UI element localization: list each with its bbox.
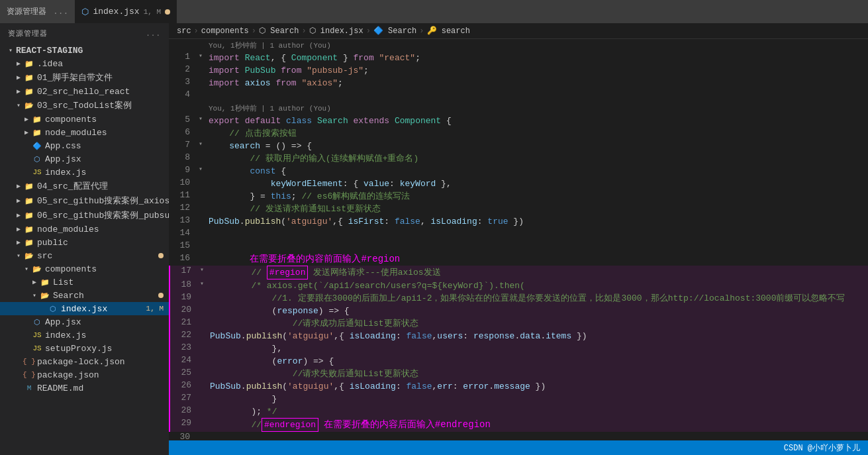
- sidebar-item-05[interactable]: ▶ 📁 05_src_github搜索案例_axios: [0, 193, 169, 208]
- ln-28: 28: [170, 405, 197, 415]
- breadcrumb-search-folder: ⬡ Search: [259, 26, 299, 36]
- fold-17[interactable]: ▾: [197, 266, 207, 274]
- ln-6: 6: [169, 127, 195, 137]
- ln-26: 26: [170, 380, 197, 390]
- sidebar-item-src[interactable]: ▾ 📂 src: [0, 249, 169, 262]
- idea-label: .idea: [37, 59, 63, 69]
- sidebar-item-03-components[interactable]: ▶ 📁 components: [0, 113, 169, 126]
- sidebar-item-04[interactable]: ▶ 📁 04_src_配置代理: [0, 179, 169, 193]
- sidebar-item-idea[interactable]: ▶ 📁 .idea: [0, 57, 169, 70]
- code-12: // 发送请求前通知List更新状态: [206, 203, 868, 215]
- sidebar-menu[interactable]: ...: [146, 30, 161, 38]
- fold-7[interactable]: ▾: [195, 140, 206, 148]
- ln-11: 11: [169, 190, 195, 200]
- ln-10: 10: [169, 177, 195, 187]
- fold-5[interactable]: ▾: [195, 115, 206, 123]
- sidebar: 资源管理器 ... ▾ REACT-STAGING ▶ 📁 .idea ▶ 📁 …: [0, 23, 169, 455]
- code-line-22: 22 PubSub.publish('atguigu',{ isLoading:…: [169, 330, 868, 342]
- pkg-lock-icon: { }: [24, 356, 34, 367]
- code-line-10: 10 keyWordElement: { value: keyWord },: [169, 177, 868, 190]
- sidebar-item-pkg-lock[interactable]: { } package-lock.json: [0, 355, 169, 368]
- src-chevron: ▾: [13, 250, 24, 261]
- code-8: // 获取用户的输入(连续解构赋值+重命名): [206, 152, 868, 165]
- src-appjsx-icon: ⬡: [32, 317, 42, 327]
- title-bar: 资源管理器 ... ⬡ index.jsx 1, M: [0, 0, 868, 23]
- breadcrumb-src: src: [177, 26, 191, 36]
- node-icon: 📁: [24, 224, 34, 234]
- 03-node-icon: 📁: [32, 127, 42, 138]
- sidebar-item-03-appjsx[interactable]: ⬡ App.jsx: [0, 152, 169, 166]
- src-comp-icon: 📂: [32, 264, 42, 274]
- search-index-badge: 1, M: [146, 305, 164, 313]
- sidebar-item-node[interactable]: ▶ 📁 node_modules: [0, 223, 169, 236]
- js-icon: JS: [32, 167, 42, 177]
- sidebar-item-readme[interactable]: M README.md: [0, 381, 169, 395]
- sep4: ›: [366, 26, 371, 36]
- fold-18[interactable]: ▾: [197, 279, 207, 287]
- code-line-30: 30: [169, 432, 868, 440]
- ln-14: 14: [169, 228, 195, 238]
- ln-25: 25: [170, 368, 197, 378]
- sidebar-root[interactable]: ▾ REACT-STAGING: [0, 44, 169, 57]
- code-13: PubSub.publish('atguigu',{ isFirst: fals…: [206, 215, 868, 228]
- breadcrumb-file: ⬡ index.jsx: [309, 26, 363, 36]
- sidebar-item-list[interactable]: ▶ 📁 List: [0, 276, 169, 289]
- code-line-12: 12 // 发送请求前通知List更新状态: [169, 203, 868, 215]
- 06-label: 06_src_github搜索案例_pubsub: [37, 209, 169, 221]
- sidebar-item-public[interactable]: ▶ 📁 public: [0, 236, 169, 249]
- sidebar-item-src-indexjs[interactable]: JS index.js: [0, 329, 169, 342]
- sidebar-item-setupproxy[interactable]: JS setupProxy.js: [0, 342, 169, 355]
- explorer-menu-dots[interactable]: ...: [53, 7, 68, 17]
- code-23: },: [207, 342, 868, 355]
- ln-24: 24: [170, 355, 197, 365]
- sidebar-item-03-node[interactable]: ▶ 📁 node_modules: [0, 126, 169, 139]
- search-chevron: ▾: [29, 290, 40, 301]
- src-appjsx-label: App.jsx: [45, 317, 81, 327]
- 02-chevron: ▶: [13, 86, 24, 97]
- ln-15: 15: [169, 240, 195, 250]
- explorer-label: 资源管理器: [7, 6, 46, 17]
- ln-7: 7: [169, 140, 195, 150]
- sidebar-item-01[interactable]: ▶ 📁 01_脚手架自带文件: [0, 70, 169, 85]
- sidebar-item-02[interactable]: ▶ 📁 02_src_hello_react: [0, 85, 169, 98]
- ln-20: 20: [170, 305, 197, 315]
- fold-1[interactable]: ▾: [195, 52, 206, 60]
- sidebar-item-03-indexjs[interactable]: JS index.js: [0, 166, 169, 179]
- code-2: import PubSub from "pubsub-js";: [206, 64, 868, 77]
- 03-node-label: node_modules: [45, 128, 107, 138]
- sidebar-item-pkg[interactable]: { } package.json: [0, 368, 169, 381]
- code-line-24: 24 (error) => {: [169, 355, 868, 368]
- public-label: public: [37, 238, 68, 248]
- sidebar-item-06[interactable]: ▶ 📁 06_src_github搜索案例_pubsub: [0, 208, 169, 223]
- editor-area: src › components › ⬡ Search › ⬡ index.js…: [169, 23, 868, 455]
- code-line-6: 6 // 点击搜索按钮: [169, 127, 868, 140]
- sidebar-item-search[interactable]: ▾ 📂 Search: [0, 289, 169, 302]
- readme-label: README.md: [37, 383, 83, 393]
- code-24: (error) => {: [207, 355, 868, 368]
- code-19: //1. 定要跟在3000的后面加上/api1-2，如果你站在的位置就是你要发送…: [207, 292, 868, 305]
- ln-8: 8: [169, 152, 195, 162]
- tab-filename: index.jsx: [93, 7, 139, 17]
- search-index-icon: ⬡: [48, 303, 58, 314]
- code-editor[interactable]: You, 1秒钟前 | 1 author (You) 1 ▾ import Re…: [169, 39, 868, 440]
- 04-label: 04_src_配置代理: [37, 180, 108, 192]
- sidebar-item-src-appjsx[interactable]: ⬡ App.jsx: [0, 315, 169, 329]
- sidebar-item-src-components[interactable]: ▾ 📂 components: [0, 262, 169, 276]
- ln-12: 12: [169, 203, 195, 213]
- fold-9[interactable]: ▾: [195, 165, 206, 173]
- node-chevron: ▶: [13, 224, 24, 234]
- code-11: } = this; // es6解构赋值的连续写法: [206, 190, 868, 203]
- sidebar-item-search-index[interactable]: ⬡ index.jsx 1, M: [0, 302, 169, 315]
- root-label: REACT-STAGING: [16, 46, 83, 56]
- ln-3: 3: [169, 77, 195, 87]
- sidebar-item-03[interactable]: ▾ 📂 03_src_TodoList案例: [0, 98, 169, 113]
- src-indexjs-label: index.js: [45, 330, 86, 340]
- code-line-27: 27 }: [169, 393, 868, 405]
- code-line-29: 29 //#endregion 在需要折叠的内容后面输入#endregion: [169, 418, 868, 432]
- code-22: PubSub.publish('atguigu',{ isLoading: fa…: [207, 330, 868, 342]
- sidebar-item-03-appcss[interactable]: 🔷 App.css: [0, 139, 169, 152]
- editor-tab[interactable]: ⬡ index.jsx 1, M: [75, 0, 177, 23]
- search-icon: 📂: [40, 290, 50, 301]
- 03-comp-chevron: ▶: [21, 114, 32, 125]
- code-26: PubSub.publish('atguigu',{ isLoading: fa…: [207, 380, 868, 393]
